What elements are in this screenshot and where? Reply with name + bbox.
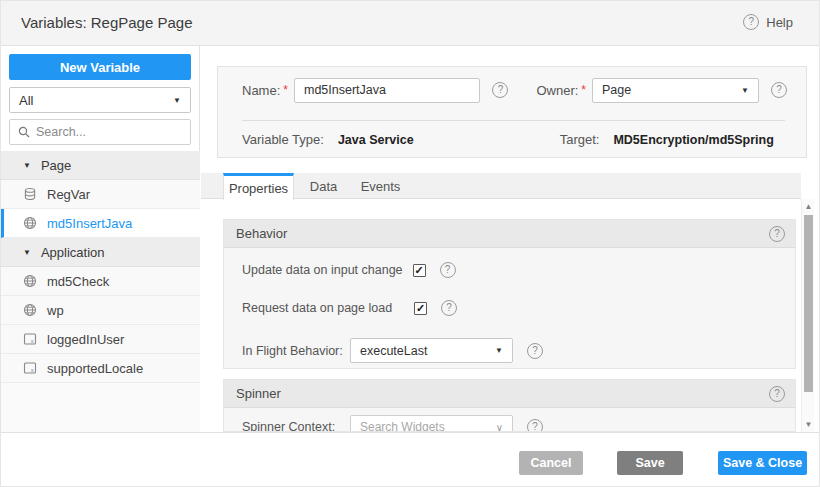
svg-text:x: x bbox=[31, 338, 34, 344]
tab-properties[interactable]: Properties bbox=[223, 173, 294, 200]
java-service-icon bbox=[23, 274, 37, 288]
content-scrollbar[interactable]: ▲ ▼ bbox=[801, 199, 814, 432]
required-marker: * bbox=[581, 83, 586, 97]
tree-group-page[interactable]: ▼ Page bbox=[1, 151, 200, 180]
chevron-down-icon: ▼ bbox=[741, 86, 749, 95]
save-and-close-button[interactable]: Save & Close bbox=[718, 451, 807, 475]
tree-item-md5insertjava[interactable]: md5InsertJava bbox=[1, 209, 200, 238]
database-variable-icon bbox=[23, 187, 37, 201]
tree-group-label: Application bbox=[41, 245, 105, 260]
java-service-icon bbox=[23, 303, 37, 317]
owner-label: Owner: bbox=[536, 83, 578, 98]
dialog-header: Variables: RegPage Page ? Help bbox=[1, 1, 820, 46]
owner-help-icon[interactable]: ? bbox=[771, 82, 787, 98]
scroll-down-icon[interactable]: ▼ bbox=[802, 420, 815, 429]
request-data-checkbox[interactable]: ✓ bbox=[414, 302, 427, 315]
update-data-label: Update data on input change bbox=[242, 263, 403, 277]
owner-selected-value: Page bbox=[602, 83, 631, 97]
static-variable-icon: x bbox=[23, 361, 37, 375]
name-input[interactable] bbox=[294, 78, 480, 103]
scroll-up-icon[interactable]: ▲ bbox=[802, 202, 815, 211]
chevron-down-icon: ▼ bbox=[495, 346, 503, 355]
update-data-help-icon[interactable]: ? bbox=[440, 262, 456, 278]
variable-summary-panel: Name: * ? Owner: * Page ▼ ? Variable Typ… bbox=[217, 66, 807, 158]
spinner-help-icon[interactable]: ? bbox=[769, 386, 785, 402]
chevron-down-icon: ∨ bbox=[496, 422, 503, 433]
search-icon bbox=[18, 126, 30, 138]
in-flight-select[interactable]: executeLast ▼ bbox=[350, 338, 513, 363]
behavior-help-icon[interactable]: ? bbox=[769, 226, 785, 242]
request-data-label: Request data on page load bbox=[242, 301, 392, 315]
behavior-section: Behavior ? Update data on input change ✓… bbox=[223, 219, 796, 369]
tree-group-application[interactable]: ▼ Application bbox=[1, 238, 200, 267]
spinner-section-header: Spinner ? bbox=[224, 380, 795, 408]
help-label: Help bbox=[766, 15, 793, 30]
variable-type-label: Variable Type: bbox=[242, 132, 324, 147]
spinner-context-help-icon[interactable]: ? bbox=[527, 419, 543, 432]
page-title: Variables: RegPage Page bbox=[21, 14, 193, 31]
tab-events[interactable]: Events bbox=[353, 173, 408, 199]
target-label: Target: bbox=[560, 132, 600, 147]
spinner-context-input[interactable]: ∨ bbox=[350, 415, 513, 432]
spinner-section: Spinner ? Spinner Context: ∨ ? bbox=[223, 379, 796, 432]
content-scrollbar-thumb[interactable] bbox=[804, 215, 813, 392]
help-button[interactable]: ? Help bbox=[743, 14, 793, 30]
variable-search-box[interactable] bbox=[9, 119, 191, 145]
in-flight-help-icon[interactable]: ? bbox=[527, 343, 543, 359]
save-button[interactable]: Save bbox=[617, 451, 683, 475]
java-service-icon bbox=[23, 216, 37, 230]
cancel-button[interactable]: Cancel bbox=[519, 451, 583, 475]
svg-text:x: x bbox=[31, 367, 34, 373]
variables-tree: ▼ Page RegVar md5InsertJava ▼ Applicatio… bbox=[1, 151, 200, 432]
tree-item-supportedlocale[interactable]: x supportedLocale bbox=[1, 354, 200, 383]
divider bbox=[242, 120, 785, 121]
spinner-context-row: Spinner Context: ∨ ? bbox=[224, 415, 795, 432]
name-label: Name: bbox=[242, 83, 280, 98]
request-data-row: Request data on page load ✓ ? bbox=[224, 300, 795, 316]
tree-item-wp[interactable]: wp bbox=[1, 296, 200, 325]
collapse-triangle-icon: ▼ bbox=[23, 248, 31, 257]
in-flight-label: In Flight Behavior: bbox=[242, 344, 350, 358]
static-variable-icon: x bbox=[23, 332, 37, 346]
variables-sidebar: New Variable All ▼ ▼ Page RegVar bbox=[1, 46, 200, 432]
name-help-icon[interactable]: ? bbox=[492, 82, 508, 98]
update-data-row: Update data on input change ✓ ? bbox=[224, 262, 795, 278]
behavior-title: Behavior bbox=[236, 226, 287, 241]
in-flight-selected-value: executeLast bbox=[360, 344, 427, 358]
update-data-checkbox[interactable]: ✓ bbox=[413, 264, 426, 277]
variable-detail-pane: Name: * ? Owner: * Page ▼ ? Variable Typ… bbox=[201, 46, 820, 432]
tree-item-label: RegVar bbox=[47, 187, 90, 202]
filter-selected-value: All bbox=[19, 93, 33, 108]
tree-item-regvar[interactable]: RegVar bbox=[1, 180, 200, 209]
tree-group-label: Page bbox=[41, 158, 71, 173]
owner-select[interactable]: Page ▼ bbox=[592, 78, 759, 103]
search-input[interactable] bbox=[36, 125, 166, 139]
help-question-icon: ? bbox=[743, 14, 759, 30]
tree-item-md5check[interactable]: md5Check bbox=[1, 267, 200, 296]
detail-tabbar: Properties Data Events bbox=[201, 173, 801, 199]
request-data-help-icon[interactable]: ? bbox=[441, 300, 457, 316]
variable-filter-select[interactable]: All ▼ bbox=[9, 87, 191, 113]
variable-type-value: Java Service bbox=[338, 133, 414, 147]
tree-item-label: wp bbox=[47, 303, 64, 318]
tree-item-label: loggedInUser bbox=[47, 332, 124, 347]
tree-item-label: supportedLocale bbox=[47, 361, 143, 376]
tree-item-loggedinuser[interactable]: x loggedInUser bbox=[1, 325, 200, 354]
tree-item-label: md5InsertJava bbox=[47, 216, 132, 231]
required-marker: * bbox=[283, 83, 288, 97]
spinner-context-field[interactable] bbox=[360, 420, 480, 432]
dialog-footer: Cancel Save Save & Close bbox=[1, 432, 820, 487]
variables-dialog: Variables: RegPage Page ? Help New Varia… bbox=[0, 0, 820, 487]
target-value: MD5Encryption/md5Spring bbox=[613, 133, 773, 147]
in-flight-row: In Flight Behavior: executeLast ▼ ? bbox=[224, 338, 795, 363]
collapse-triangle-icon: ▼ bbox=[23, 161, 31, 170]
chevron-down-icon: ▼ bbox=[173, 96, 181, 105]
behavior-section-header: Behavior ? bbox=[224, 220, 795, 248]
tree-item-label: md5Check bbox=[47, 274, 109, 289]
new-variable-button[interactable]: New Variable bbox=[9, 54, 191, 80]
spinner-context-label: Spinner Context: bbox=[242, 420, 350, 432]
spinner-title: Spinner bbox=[236, 386, 281, 401]
tab-data[interactable]: Data bbox=[301, 173, 346, 199]
